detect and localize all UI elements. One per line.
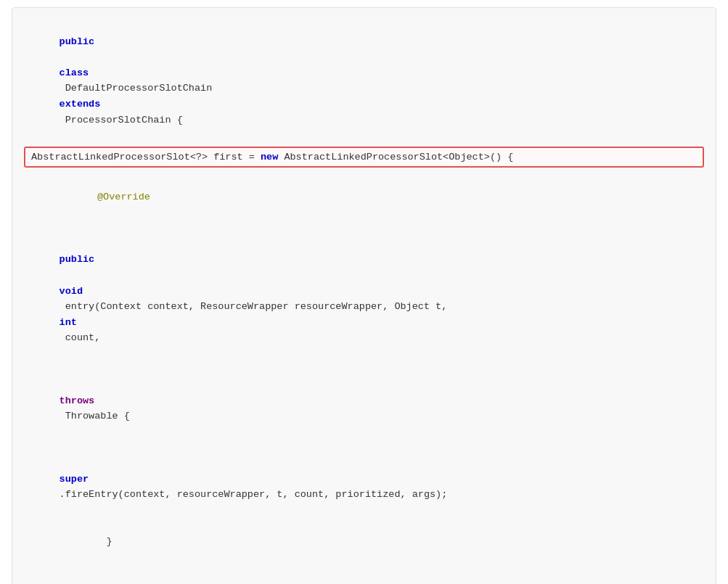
code-entry-method: public void entry(Context context, Resou… [24,221,704,361]
kw-public: public [60,36,95,47]
page-wrapper: public class DefaultProcessorSlotChain e… [0,0,728,584]
code-annotation: @Override [24,173,704,221]
highlighted-code-line: AbstractLinkedProcessorSlot<?> first = n… [24,147,704,168]
code-super-line: super .fireEntry(context, resourceWrappe… [24,440,704,518]
code-line-1: public class DefaultProcessorSlotChain e… [24,18,704,144]
code-close-method: } [24,518,704,565]
kw-class: class [60,67,89,78]
code-close-anon: } [24,565,704,584]
code-block: public class DefaultProcessorSlotChain e… [12,7,716,584]
kw-extends: extends [60,99,101,110]
code-throws-line: throws Throwable { [24,361,704,440]
